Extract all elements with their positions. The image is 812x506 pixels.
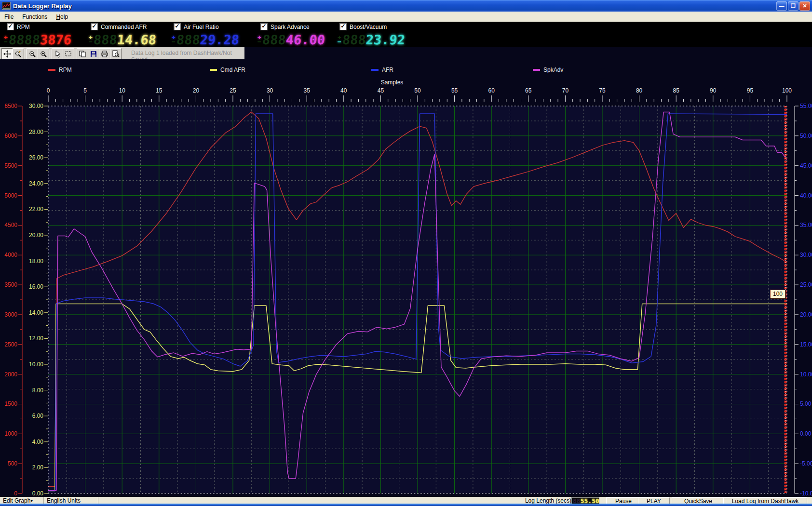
lcd-ghost-digits: 888 bbox=[93, 32, 117, 47]
zoom-window-tool-button[interactable] bbox=[13, 48, 24, 59]
lcd-ghost-digits: 888 bbox=[341, 32, 366, 47]
svg-text:10: 10 bbox=[119, 87, 126, 94]
cursor-tool-icon bbox=[54, 50, 61, 58]
svg-text:18.00: 18.00 bbox=[29, 258, 43, 265]
zoom-out-tool-button[interactable] bbox=[27, 48, 38, 59]
minimize-button[interactable]: — bbox=[776, 1, 787, 11]
checkbox-label-rpm: RPM bbox=[17, 24, 30, 30]
channel-checkbox-row: ✓RPM✓Commanded AFR✓Air Fuel Ratio✓Spark … bbox=[0, 22, 812, 32]
svg-text:15.00: 15.00 bbox=[800, 341, 812, 348]
channel-lcd-row: +−88883876+−88814.68+−88829.28+−88846.00… bbox=[0, 32, 812, 47]
svg-text:16.00: 16.00 bbox=[29, 283, 43, 290]
legend-afr: AFR bbox=[371, 67, 393, 73]
svg-text:-5.00: -5.00 bbox=[800, 460, 812, 467]
svg-text:5: 5 bbox=[83, 87, 87, 94]
svg-text:70: 70 bbox=[562, 87, 569, 94]
svg-text:45.00: 45.00 bbox=[800, 162, 812, 169]
svg-text:22.00: 22.00 bbox=[29, 206, 43, 213]
chart-area: Samples 05101520253035404550556065707580… bbox=[0, 59, 812, 497]
svg-text:6000: 6000 bbox=[4, 133, 17, 139]
legend-label: SpkAdv bbox=[543, 67, 563, 73]
print-preview-tool-button[interactable] bbox=[110, 48, 122, 59]
edit-graph-button[interactable]: Edit Graph ▾ bbox=[0, 497, 44, 504]
lcd-commanded-afr: +−88814.68 bbox=[89, 33, 156, 46]
pan-tool-button[interactable] bbox=[1, 48, 13, 59]
svg-text:85: 85 bbox=[673, 87, 680, 94]
svg-text:0.00: 0.00 bbox=[800, 430, 812, 437]
checkbox-air-fuel-ratio[interactable]: ✓Air Fuel Ratio bbox=[174, 23, 219, 30]
svg-text:14.00: 14.00 bbox=[29, 309, 43, 316]
svg-text:12.00: 12.00 bbox=[29, 335, 43, 342]
zoom-in-tool-icon bbox=[40, 50, 47, 58]
svg-text:35: 35 bbox=[304, 87, 311, 94]
svg-text:20.00: 20.00 bbox=[29, 232, 43, 239]
zoom-in-tool-button[interactable] bbox=[38, 48, 49, 59]
svg-text:5500: 5500 bbox=[4, 162, 17, 169]
menu-file[interactable]: File bbox=[0, 13, 18, 21]
lcd-boost-vacuum: +−88823.92 bbox=[338, 33, 405, 46]
checkbox-box-air-fuel-ratio[interactable]: ✓ bbox=[174, 23, 181, 30]
copy-tool-icon bbox=[79, 50, 86, 58]
select-region-tool-button[interactable] bbox=[63, 48, 74, 59]
save-tool-icon bbox=[90, 50, 97, 58]
title-bar: Data Logger Replay — ❐ ✕ bbox=[0, 0, 812, 12]
legend-spkadv: SpkAdv bbox=[533, 67, 563, 73]
svg-text:40: 40 bbox=[340, 87, 347, 94]
svg-text:55: 55 bbox=[451, 87, 458, 94]
status-bar: Edit Graph ▾English UnitsLog Length (sec… bbox=[0, 497, 812, 504]
svg-text:45: 45 bbox=[378, 87, 384, 94]
lcd-value-commanded-afr: 14.68 bbox=[116, 32, 157, 47]
svg-text:40.00: 40.00 bbox=[800, 192, 812, 199]
checkbox-rpm[interactable]: ✓RPM bbox=[7, 23, 30, 30]
save-tool-button[interactable] bbox=[88, 48, 99, 59]
svg-text:26.00: 26.00 bbox=[29, 154, 43, 161]
svg-text:30.00: 30.00 bbox=[29, 103, 43, 109]
svg-text:0: 0 bbox=[47, 87, 50, 94]
graph-toolbar: Data Log 1 loaded from DashHawk/Not Save… bbox=[0, 47, 244, 60]
checkbox-spark-advance[interactable]: ✓Spark Advance bbox=[260, 23, 310, 30]
menu-bar: FileFunctionsHelp bbox=[0, 12, 812, 22]
svg-text:3000: 3000 bbox=[4, 311, 17, 318]
svg-text:8.00: 8.00 bbox=[32, 387, 44, 394]
svg-text:55.00: 55.00 bbox=[800, 103, 812, 109]
print-preview-tool-icon bbox=[112, 50, 120, 58]
copy-tool-button[interactable] bbox=[77, 48, 88, 59]
svg-text:30.00: 30.00 bbox=[800, 252, 812, 258]
svg-text:35.00: 35.00 bbox=[800, 222, 812, 228]
svg-text:0: 0 bbox=[14, 490, 17, 497]
print-tool-button[interactable] bbox=[99, 48, 110, 59]
legend-rpm: RPM bbox=[48, 67, 72, 73]
legend-label: AFR bbox=[382, 67, 393, 73]
x-axis-title: Samples bbox=[370, 79, 414, 86]
legend-swatch bbox=[533, 69, 540, 71]
svg-text:25.00: 25.00 bbox=[800, 281, 812, 288]
checkbox-box-rpm[interactable]: ✓ bbox=[7, 23, 14, 30]
svg-text:4.00: 4.00 bbox=[32, 439, 44, 445]
checkbox-label-boost-vacuum: Boost/Vacuum bbox=[350, 24, 387, 30]
svg-text:95: 95 bbox=[747, 87, 754, 94]
lcd-value-boost-vacuum: 23.92 bbox=[365, 32, 406, 47]
lcd-ghost-digits: 8888 bbox=[8, 32, 41, 47]
checkbox-commanded-afr[interactable]: ✓Commanded AFR bbox=[91, 23, 147, 30]
lcd-spark-advance: +−88846.00 bbox=[257, 33, 325, 46]
lcd-value-rpm: 3876 bbox=[40, 32, 72, 47]
checkbox-box-commanded-afr[interactable]: ✓ bbox=[91, 23, 98, 30]
lcd-ghost-digits: 888 bbox=[261, 32, 286, 47]
cursor-tool-button[interactable] bbox=[52, 48, 63, 59]
edit-graph-dropdown-icon[interactable]: ▾ bbox=[30, 498, 33, 503]
svg-text:500: 500 bbox=[8, 460, 17, 467]
maximize-button[interactable]: ❐ bbox=[788, 1, 798, 11]
checkbox-box-spark-advance[interactable]: ✓ bbox=[260, 23, 268, 30]
svg-text:50.00: 50.00 bbox=[800, 133, 812, 139]
chart-plot[interactable]: 0510152025303540455055606570758085909510… bbox=[0, 59, 812, 497]
menu-help[interactable]: Help bbox=[52, 13, 72, 21]
legend-swatch bbox=[48, 69, 55, 71]
app-icon bbox=[2, 2, 11, 10]
legend-cmd-afr: Cmd AFR bbox=[210, 67, 245, 73]
checkbox-boost-vacuum[interactable]: ✓Boost/Vacuum bbox=[339, 23, 387, 30]
close-button[interactable]: ✕ bbox=[799, 1, 810, 11]
svg-text:5.00: 5.00 bbox=[800, 400, 812, 407]
menu-functions[interactable]: Functions bbox=[18, 13, 52, 21]
checkbox-box-boost-vacuum[interactable]: ✓ bbox=[339, 23, 347, 30]
window-title: Data Logger Replay bbox=[13, 2, 72, 10]
